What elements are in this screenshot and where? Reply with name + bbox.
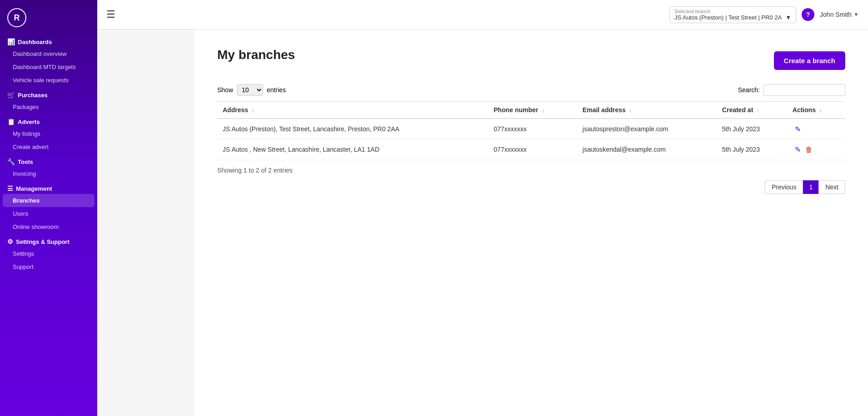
- topbar: ☰ Selected branch JS Autos (Preston) | T…: [97, 0, 868, 30]
- pagination-next[interactable]: Next: [818, 180, 845, 194]
- cell-actions: ✎🗑: [787, 139, 845, 160]
- sidebar: R 📊DashboardsDashboard overviewDashboard…: [0, 0, 97, 416]
- sidebar-item-users[interactable]: Users: [0, 207, 97, 220]
- branches-table: Address ↕ Phone number ↕ Email address ↕…: [217, 101, 845, 160]
- sidebar-item-dashboard-overview[interactable]: Dashboard overview: [0, 47, 97, 60]
- sidebar-item-vehicle-sale-requests[interactable]: Vehicle sale requests: [0, 74, 97, 87]
- logo-icon: R: [7, 8, 26, 27]
- cell-address: JS Autos , New Street, Lancashire, Lanca…: [217, 139, 488, 160]
- cell-email: jsautoskendal@example.com: [577, 139, 717, 160]
- sidebar-section-tools[interactable]: 🔧Tools: [0, 154, 97, 167]
- pagination: Previous 1 Next: [217, 180, 845, 194]
- cell-email: jsautospreston@example.com: [577, 119, 717, 139]
- showing-text: Showing 1 to 2 of 2 entries: [217, 167, 845, 174]
- sidebar-item-settings[interactable]: Settings: [0, 247, 97, 260]
- main-content: My branches Create a branch Show 10 25 5…: [195, 30, 868, 416]
- sidebar-section-management[interactable]: ☰Management: [0, 180, 97, 194]
- sidebar-item-invoicing[interactable]: Invoicing: [0, 167, 97, 180]
- sidebar-item-branches[interactable]: Branches: [3, 194, 95, 207]
- cell-phone: 077xxxxxxx: [488, 139, 577, 160]
- sidebar-item-packages[interactable]: Packages: [0, 100, 97, 114]
- branch-selector[interactable]: Selected branch JS Autos (Preston) | Tes…: [669, 6, 796, 23]
- hamburger-icon[interactable]: ☰: [106, 9, 115, 20]
- col-created-at[interactable]: Created at ↕: [717, 102, 787, 119]
- cell-phone: 077xxxxxxx: [488, 119, 577, 139]
- col-actions[interactable]: Actions ↕: [787, 102, 845, 119]
- sidebar-section-purchases[interactable]: 🛒Purchases: [0, 87, 97, 100]
- cell-actions: ✎: [787, 119, 845, 139]
- cell-created-at: 5th July 2023: [717, 119, 787, 139]
- pagination-previous[interactable]: Previous: [765, 180, 803, 194]
- user-menu-chevron: ▼: [853, 11, 859, 18]
- entries-select[interactable]: 10 25 50 100: [237, 84, 263, 96]
- page-title: My branches: [217, 48, 295, 62]
- sidebar-item-dashboard-mtd[interactable]: Dashboard MTD targets: [0, 60, 97, 74]
- entries-label: entries: [267, 86, 286, 94]
- table-row: JS Autos (Preston), Test Street, Lancash…: [217, 119, 845, 139]
- col-phone[interactable]: Phone number ↕: [488, 102, 577, 119]
- table-header-row: Address ↕ Phone number ↕ Email address ↕…: [217, 102, 845, 119]
- cell-address: JS Autos (Preston), Test Street, Lancash…: [217, 119, 488, 139]
- sidebar-item-support[interactable]: Support: [0, 260, 97, 273]
- delete-icon[interactable]: 🗑: [803, 144, 814, 155]
- sidebar-item-create-advert[interactable]: Create advert: [0, 140, 97, 154]
- sidebar-logo: R: [0, 0, 97, 34]
- search-box: Search:: [738, 84, 845, 96]
- sidebar-section-dashboards[interactable]: 📊Dashboards: [0, 34, 97, 47]
- sidebar-item-my-listings[interactable]: My listings: [0, 127, 97, 140]
- search-label: Search:: [738, 86, 760, 94]
- sidebar-item-online-showroom[interactable]: Online showroom: [0, 220, 97, 233]
- help-button[interactable]: ?: [802, 8, 814, 21]
- edit-icon[interactable]: ✎: [793, 124, 803, 134]
- create-branch-button[interactable]: Create a branch: [774, 51, 845, 70]
- branch-selector-value: JS Autos (Preston) | Test Street | PR0 2…: [674, 14, 791, 21]
- show-entries: Show 10 25 50 100 entries: [217, 84, 286, 96]
- user-name: John Smith: [820, 11, 852, 18]
- user-menu[interactable]: John Smith ▼: [820, 11, 859, 18]
- table-row: JS Autos , New Street, Lancashire, Lanca…: [217, 139, 845, 160]
- sidebar-section-settings-support[interactable]: ⚙Settings & Support: [0, 233, 97, 247]
- page-header-row: My branches Create a branch: [217, 48, 845, 73]
- branch-selector-label: Selected branch: [674, 9, 791, 14]
- col-address[interactable]: Address ↕: [217, 102, 488, 119]
- col-email[interactable]: Email address ↕: [577, 102, 717, 119]
- pagination-current-page[interactable]: 1: [803, 180, 818, 194]
- search-input[interactable]: [763, 84, 845, 96]
- cell-created-at: 5th July 2023: [717, 139, 787, 160]
- show-label: Show: [217, 86, 233, 94]
- edit-icon[interactable]: ✎: [793, 144, 803, 155]
- table-controls: Show 10 25 50 100 entries Search:: [217, 84, 845, 96]
- sidebar-section-adverts[interactable]: 📋Adverts: [0, 114, 97, 127]
